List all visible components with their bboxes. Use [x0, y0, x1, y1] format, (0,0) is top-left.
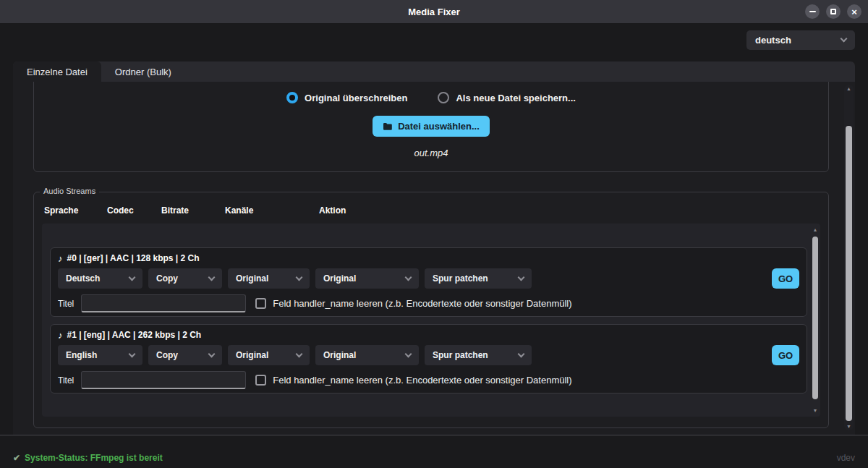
stream-0-header: ♪ #0 | [ger] | AAC | 128 kbps | 2 Ch [58, 253, 799, 263]
stream-1-go-button[interactable]: GO [772, 345, 799, 365]
stream-1-action-dropdown[interactable]: Spur patchen [425, 345, 532, 365]
window-controls: × [805, 4, 861, 19]
scroll-down-icon[interactable]: ▼ [846, 422, 851, 430]
column-header-codec: Codec [107, 205, 134, 216]
scroll-up-icon[interactable]: ▲ [846, 85, 851, 93]
scroll-up-icon[interactable]: ▲ [813, 226, 818, 234]
tab-content-panel: Original überschreiben Als neue Datei sp… [13, 82, 855, 435]
chevron-down-icon [296, 273, 303, 281]
stream-0-action-dropdown[interactable]: Spur patchen [425, 268, 532, 289]
minimize-button[interactable] [805, 4, 820, 19]
titlebar[interactable]: Media Fixer × [0, 0, 868, 23]
stream-1-language-value: English [66, 350, 97, 360]
close-button[interactable]: × [847, 4, 861, 19]
scrollbar-thumb[interactable] [812, 237, 818, 399]
stream-0-action-value: Spur patchen [433, 273, 488, 284]
chevron-down-icon [518, 273, 525, 281]
stream-0-codec-dropdown[interactable]: Copy [148, 268, 222, 289]
stream-0-channels-value: Original [323, 273, 356, 284]
language-dropdown[interactable]: deutsch [746, 30, 855, 50]
chevron-down-icon [208, 350, 216, 357]
stream-1-channels-dropdown[interactable]: Original [315, 345, 419, 365]
stream-0-language-value: Deutsch [66, 273, 100, 284]
stream-1-codec-value: Copy [156, 350, 178, 360]
tab-single-file[interactable]: Einzelne Datei [13, 61, 101, 82]
media-fixer-window: Media Fixer × deutsch Einzelne Datei Ord… [0, 0, 868, 468]
chevron-down-icon [841, 35, 848, 43]
stream-1-info: #1 | [eng] | AAC | 262 kbps | 2 Ch [67, 330, 202, 340]
stream-1-title-row: Titel Feld handler_name leeren (z.b. Enc… [58, 371, 799, 389]
column-header-bitrate: Bitrate [161, 205, 189, 216]
stream-1-title-input[interactable] [81, 371, 246, 389]
maximize-button[interactable] [826, 4, 841, 19]
tab-single-file-label: Einzelne Datei [27, 67, 88, 77]
column-header-kanaele: Kanäle [225, 205, 253, 216]
system-status: ✔ System-Status: FFmpeg ist bereit [13, 453, 163, 463]
folder-icon [383, 122, 393, 131]
stream-1-handler-checkbox-label: Feld handler_name leeren (z.b. Encoderte… [273, 375, 571, 386]
tabbar: Einzelne Datei Ordner (Bulk) [13, 61, 855, 82]
audio-streams-groupbox: Audio Streams Sprache Codec Bitrate Kanä… [33, 192, 829, 428]
radio-save-as-new[interactable]: Als neue Datei speichern... [438, 92, 575, 103]
maximize-icon [830, 9, 836, 14]
stream-0-title-input[interactable] [81, 294, 246, 312]
stream-0-info: #0 | [ger] | AAC | 128 kbps | 2 Ch [67, 253, 200, 263]
statusbar-divider [0, 435, 868, 435]
version-label: vdev [837, 453, 855, 463]
minimize-icon [809, 11, 816, 12]
scrollbar-thumb[interactable] [846, 126, 852, 421]
panel-scrollbar[interactable]: ▲ ▼ [844, 85, 854, 430]
stream-0-title-row: Titel Feld handler_name leeren (z.b. Enc… [58, 294, 799, 312]
audio-streams-legend: Audio Streams [40, 187, 99, 195]
chevron-down-icon [405, 350, 412, 357]
window-title: Media Fixer [408, 7, 460, 17]
stream-0-title-label: Titel [58, 299, 74, 309]
stream-1-channels-value: Original [323, 350, 356, 360]
scrollbar-track[interactable] [844, 93, 854, 422]
stream-1-header: ♪ #1 | [eng] | AAC | 262 kbps | 2 Ch [58, 330, 799, 340]
stream-0-controls: Deutsch Copy Original Original Spur patc… [58, 268, 799, 289]
radio-save-as-new-label: Als neue Datei speichern... [456, 93, 575, 103]
chevron-down-icon [208, 273, 216, 281]
choose-file-button[interactable]: Datei auswählen... [373, 116, 490, 137]
stream-row-0: ♪ #0 | [ger] | AAC | 128 kbps | 2 Ch Deu… [50, 247, 807, 317]
stream-1-title-label: Titel [58, 375, 74, 386]
stream-1-bitrate-dropdown[interactable]: Original [228, 345, 310, 365]
stream-0-go-button[interactable]: GO [772, 268, 799, 289]
scroll-down-icon[interactable]: ▼ [813, 407, 818, 414]
radio-unselected-icon[interactable] [438, 92, 449, 103]
stream-1-controls: English Copy Original Original Spur patc… [58, 345, 799, 365]
music-note-icon: ♪ [58, 331, 63, 340]
file-selection-groupbox: Original überschreiben Als neue Datei sp… [33, 82, 829, 172]
stream-1-language-dropdown[interactable]: English [58, 345, 142, 365]
stream-1-codec-dropdown[interactable]: Copy [148, 345, 222, 365]
stream-0-language-dropdown[interactable]: Deutsch [58, 268, 142, 289]
stream-0-codec-value: Copy [156, 273, 178, 284]
tab-bulk-folder[interactable]: Ordner (Bulk) [101, 61, 185, 82]
radio-overwrite-original[interactable]: Original überschreiben [286, 92, 407, 103]
chevron-down-icon [405, 273, 412, 281]
radio-overwrite-label: Original überschreiben [305, 93, 407, 103]
system-status-text: System-Status: FFmpeg ist bereit [25, 453, 163, 463]
stream-1-bitrate-value: Original [236, 350, 268, 360]
stream-0-bitrate-value: Original [236, 273, 268, 284]
stream-0-handler-checkbox[interactable] [255, 298, 266, 309]
selected-filename: out.mp4 [414, 148, 448, 158]
check-icon: ✔ [13, 453, 20, 463]
chevron-down-icon [296, 350, 303, 357]
choose-file-button-label: Datei auswählen... [398, 121, 480, 132]
language-dropdown-value: deutsch [755, 35, 791, 46]
stream-0-bitrate-dropdown[interactable]: Original [228, 268, 310, 289]
output-mode-radios: Original überschreiben Als neue Datei sp… [286, 92, 576, 103]
music-note-icon: ♪ [58, 254, 63, 263]
stream-1-handler-checkbox[interactable] [255, 375, 266, 386]
stream-1-action-value: Spur patchen [433, 350, 488, 360]
streams-list-scrollbar[interactable]: ▲ ▼ [811, 226, 820, 414]
scrollbar-track[interactable] [811, 234, 820, 407]
stream-0-handler-checkbox-label: Feld handler_name leeren (z.b. Encoderte… [273, 298, 571, 309]
radio-selected-icon[interactable] [286, 92, 298, 103]
stream-row-1: ♪ #1 | [eng] | AAC | 262 kbps | 2 Ch Eng… [50, 324, 807, 393]
stream-0-channels-dropdown[interactable]: Original [315, 268, 419, 289]
streams-list-viewport: ♪ #0 | [ger] | AAC | 128 kbps | 2 Ch Deu… [42, 224, 820, 417]
tab-bulk-folder-label: Ordner (Bulk) [115, 67, 171, 77]
